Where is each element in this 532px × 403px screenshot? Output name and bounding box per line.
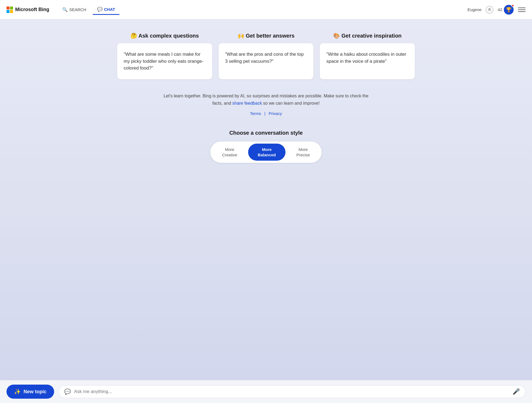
svg-point-0 (489, 8, 490, 9)
terms-row: Terms | Privacy (160, 110, 372, 117)
terms-link[interactable]: Terms (250, 110, 261, 117)
logo-area: Microsoft Bing (6, 6, 49, 13)
feature-header-0: 🤔 Ask complex questions (117, 32, 212, 39)
feature-card-0[interactable]: "What are some meals I can make for my p… (117, 43, 212, 79)
bottom-bar: ✨ New topic 💬 🎤 (0, 380, 532, 403)
privacy-link[interactable]: Privacy (269, 110, 282, 117)
conversation-style-buttons: MoreCreative MoreBalanced MorePrecise (210, 141, 322, 163)
search-label: SEARCH (69, 7, 86, 12)
rewards-badge[interactable]: 42 🏆 (498, 5, 514, 15)
chat-bubble-icon: 💬 (64, 388, 71, 395)
chat-nav-icon: 💬 (97, 7, 103, 12)
disclaimer-text-after: so we can learn and improve! (262, 101, 320, 105)
user-avatar[interactable] (486, 6, 493, 14)
feature-headers: 🤔 Ask complex questions 🙌 Get better ans… (117, 32, 415, 39)
feature-cards: "What are some meals I can make for my p… (117, 43, 415, 79)
feature-section: 🤔 Ask complex questions 🙌 Get better ans… (117, 32, 415, 79)
rewards-count: 42 (498, 7, 502, 12)
new-topic-label: New topic (24, 389, 47, 395)
logo-text: Microsoft Bing (15, 7, 49, 12)
chat-input-wrap: 💬 🎤 (58, 385, 526, 398)
terms-divider: | (264, 110, 265, 117)
search-icon: 🔍 (62, 7, 68, 12)
chat-label: CHAT (104, 7, 115, 12)
rewards-notification-dot (511, 4, 514, 7)
rewards-circle: 🏆 (504, 5, 514, 15)
conversation-style-section: Choose a conversation style MoreCreative… (210, 130, 322, 163)
conversation-style-title: Choose a conversation style (229, 130, 303, 136)
microphone-icon[interactable]: 🎤 (513, 388, 520, 395)
conv-style-creative[interactable]: MoreCreative (212, 144, 247, 161)
hamburger-menu[interactable] (518, 6, 526, 14)
feature-card-2[interactable]: "Write a haiku about crocodiles in outer… (320, 43, 415, 79)
feature-header-2: 🎨 Get creative inspiration (320, 32, 415, 39)
header-right: Eugene 42 🏆 (468, 5, 526, 15)
sparkle-icon: ✨ (14, 388, 21, 395)
nav-search[interactable]: 🔍 SEARCH (58, 5, 91, 14)
header: Microsoft Bing 🔍 SEARCH 💬 CHAT Eugene 42… (0, 0, 532, 19)
user-name: Eugene (468, 7, 482, 12)
conv-style-balanced[interactable]: MoreBalanced (248, 144, 286, 161)
main-content: 🤔 Ask complex questions 🙌 Get better ans… (0, 19, 532, 403)
disclaimer: Let's learn together. Bing is powered by… (160, 92, 372, 117)
feature-card-1[interactable]: "What are the pros and cons of the top 3… (219, 43, 314, 79)
microsoft-logo (6, 6, 13, 13)
chat-input[interactable] (74, 389, 509, 394)
nav: 🔍 SEARCH 💬 CHAT (58, 5, 468, 15)
new-topic-button[interactable]: ✨ New topic (6, 385, 54, 399)
conv-style-precise[interactable]: MorePrecise (287, 144, 320, 161)
nav-chat[interactable]: 💬 CHAT (93, 5, 120, 15)
feature-header-1: 🙌 Get better answers (219, 32, 314, 39)
share-feedback-link[interactable]: share feedback (232, 101, 262, 105)
